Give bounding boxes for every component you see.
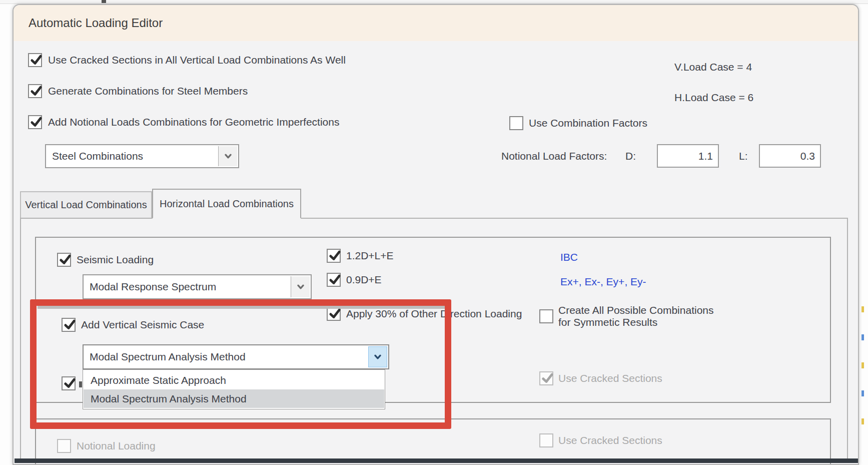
add-notional-loads-label: Add Notional Loads Combinations for Geom… bbox=[48, 115, 339, 129]
combo-09de-checkbox[interactable] bbox=[327, 273, 341, 287]
steel-combinations-value: Steel Combinations bbox=[52, 150, 143, 162]
create-all-combinations-label-line2: for Symmetic Results bbox=[558, 316, 657, 328]
screenshot-stage: Automatic Loading Editor Use Cracked Sec… bbox=[0, 0, 868, 465]
tab-horizontal-load-combinations[interactable]: Horizontal Load Combinations bbox=[152, 189, 301, 219]
seismic-loading-label: Seismic Loading bbox=[77, 253, 154, 267]
seismic-method-value: Modal Response Spectrum bbox=[90, 281, 216, 293]
chevron-down-icon[interactable] bbox=[218, 146, 237, 166]
background-edge-artifact bbox=[861, 390, 864, 396]
design-code-label: IBC bbox=[560, 250, 578, 264]
generate-steel-combinations-label: Generate Combinations for Steel Members bbox=[48, 84, 248, 98]
dialog-title: Automatic Loading Editor bbox=[29, 16, 163, 30]
use-cracked-sections-label: Use Cracked Sections bbox=[558, 371, 662, 385]
seismic-method-combobox[interactable]: Modal Response Spectrum bbox=[83, 274, 312, 299]
tab-vertical-load-combinations[interactable]: Vertical Load Combinations bbox=[20, 191, 152, 218]
use-combination-factors-checkbox[interactable] bbox=[509, 116, 523, 130]
use-cracked-sections-2-label: Use Cracked Sections bbox=[558, 433, 662, 447]
combo-12dle-checkbox[interactable] bbox=[327, 249, 341, 263]
screenshot-cutoff-bar bbox=[15, 458, 858, 463]
use-cracked-sections-checkbox bbox=[539, 371, 553, 385]
l-factor-label: L: bbox=[739, 149, 748, 163]
d-factor-label: D: bbox=[625, 149, 636, 163]
combo-09de-label: 0.9D+E bbox=[346, 273, 382, 287]
d-factor-input[interactable]: 1.1 bbox=[657, 144, 719, 168]
create-all-combinations-label-line1: Create All Possible Combinations bbox=[558, 304, 714, 316]
steel-combinations-combobox[interactable]: Steel Combinations bbox=[45, 144, 239, 168]
background-edge-artifact bbox=[861, 362, 864, 368]
create-all-combinations-checkbox[interactable] bbox=[539, 309, 553, 323]
background-edge-artifact bbox=[861, 418, 864, 424]
annotation-highlight-rectangle bbox=[30, 299, 451, 429]
generate-steel-combinations-checkbox[interactable] bbox=[28, 84, 42, 98]
seismic-cases-label: Ex+, Ex-, Ey+, Ey- bbox=[560, 275, 646, 289]
notional-loading-checkbox bbox=[57, 439, 71, 453]
notional-load-factors-label: Notional Load Factors: bbox=[501, 149, 607, 163]
use-cracked-sections-2-checkbox bbox=[539, 433, 553, 447]
use-cracked-vertical-label: Use Cracked Sections in All Vertical Loa… bbox=[48, 53, 346, 67]
add-notional-loads-checkbox[interactable] bbox=[28, 115, 42, 129]
chevron-down-icon[interactable] bbox=[291, 276, 310, 297]
use-cracked-vertical-checkbox[interactable] bbox=[28, 53, 42, 67]
background-edge-artifact bbox=[861, 334, 864, 340]
combo-12dle-label: 1.2D+L+E bbox=[346, 249, 394, 263]
use-combination-factors-label: Use Combination Factors bbox=[529, 116, 647, 130]
top-background-strip bbox=[0, 0, 868, 4]
hload-case-value: H.Load Case = 6 bbox=[674, 91, 753, 105]
background-edge-artifact bbox=[861, 306, 864, 312]
seismic-loading-checkbox[interactable] bbox=[57, 253, 71, 267]
l-factor-input[interactable]: 0.3 bbox=[759, 144, 821, 168]
top-strip-artifact bbox=[102, 0, 106, 3]
vload-case-value: V.Load Case = 4 bbox=[674, 60, 752, 74]
notional-loading-label: Notional Loading bbox=[77, 439, 156, 453]
